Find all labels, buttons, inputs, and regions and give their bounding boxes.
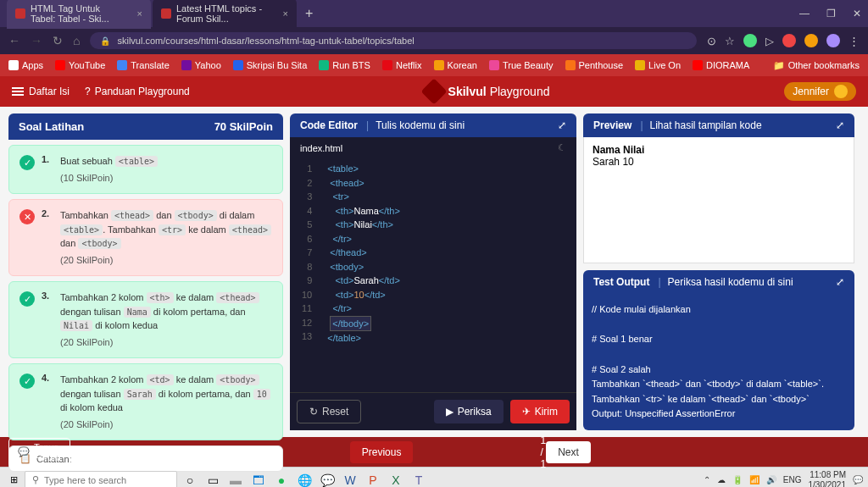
tanya-forum-button[interactable]: 💬 Tanya Forum — [8, 438, 70, 467]
next-button[interactable]: Next — [546, 441, 591, 463]
app-icon[interactable]: ▬ — [225, 470, 246, 488]
bookmark-item[interactable]: Skripsi Bu Sita — [233, 60, 308, 70]
other-bookmarks[interactable]: 📁Other bookmarks — [773, 60, 860, 71]
back-icon[interactable]: ← — [8, 34, 20, 47]
theme-toggle-icon[interactable]: ☾ — [558, 142, 566, 153]
menu-icon[interactable]: ⋮ — [849, 35, 860, 47]
extension-icon[interactable] — [743, 34, 757, 47]
check-icon: ✓ — [19, 374, 35, 389]
bookmark-item[interactable]: Korean — [434, 60, 477, 70]
spotify-icon[interactable]: ● — [271, 470, 292, 488]
kirim-button[interactable]: ✈Kirim — [510, 400, 570, 423]
tab-favicon — [15, 8, 25, 19]
excel-icon[interactable]: X — [386, 470, 406, 488]
test-output: // Kode mulai dijalankan # Soal 1 benar … — [583, 294, 854, 430]
task-1: ✓ 1. Buat sebuah <table> (10 SkilPoin) — [8, 145, 283, 194]
bookmark-item[interactable]: YouTube — [55, 60, 105, 70]
cortana-icon[interactable]: ○ — [180, 470, 200, 488]
right-panels: Preview | Lihat hasil tampilan kode ⤢ Na… — [583, 113, 854, 430]
editor-footer: ↻Reset ▶Periksa ✈Kirim — [290, 392, 576, 430]
brand-logo: Skilvul Playground — [425, 82, 550, 101]
notifications-icon[interactable]: 💬 — [853, 475, 863, 484]
tray-chevron-icon[interactable]: ⌃ — [704, 475, 710, 484]
reset-button[interactable]: ↻Reset — [297, 400, 361, 423]
check-icon: ✓ — [19, 291, 35, 307]
bookmark-item[interactable]: Live On — [635, 60, 681, 70]
user-badge[interactable]: Jennifer — [784, 82, 856, 101]
chrome-icon[interactable]: 🌐 — [294, 470, 314, 488]
new-tab-button[interactable]: + — [298, 6, 320, 21]
bookmark-apps[interactable]: Apps — [8, 60, 43, 70]
onedrive-icon[interactable]: ☁ — [717, 475, 726, 484]
maximize-icon[interactable]: ❐ — [826, 8, 836, 19]
home-icon[interactable]: ⌂ — [73, 34, 80, 47]
avatar — [834, 85, 848, 98]
star-icon[interactable]: ☆ — [725, 35, 735, 47]
expand-icon[interactable]: ⤢ — [836, 276, 844, 288]
code-editor[interactable]: 12345678910111213 <table> <thead> <tr> <… — [290, 158, 576, 392]
bookmark-item[interactable]: DIORAMA — [693, 60, 749, 70]
browser-tab-2[interactable]: Latest HTML topics - Forum Skil... × — [153, 0, 297, 29]
daftar-isi-button[interactable]: Daftar Isi — [12, 86, 70, 97]
minimize-icon[interactable]: — — [799, 8, 810, 19]
close-icon[interactable]: × — [137, 8, 142, 19]
panduan-button[interactable]: ? Panduan Playground — [85, 86, 190, 97]
bookmark-item[interactable]: Run BTS — [319, 60, 370, 70]
extension-icon[interactable] — [782, 34, 796, 47]
expand-icon[interactable]: ⤢ — [836, 119, 844, 131]
language-indicator[interactable]: ENG — [783, 475, 802, 484]
code-content[interactable]: <table> <thead> <tr> <th>Nama</th> <th>N… — [320, 158, 576, 392]
soal-panel: Soal Latihan 70 SkilPoin ✓ 1. Buat sebua… — [8, 113, 283, 430]
hamburger-icon — [12, 87, 24, 96]
bookmark-item[interactable]: Netflix — [382, 60, 422, 70]
app-header: Daftar Isi ? Panduan Playground Skilvul … — [0, 76, 868, 107]
help-icon: ? — [85, 86, 91, 97]
bookmark-item[interactable]: True Beauty — [489, 60, 554, 70]
preview-frame: Nama Nilai Sarah 10 — [583, 137, 854, 263]
url-input[interactable]: 🔒 skilvul.com/courses/html-dasar/lessons… — [90, 32, 697, 49]
powerpoint-icon[interactable]: P — [363, 470, 383, 488]
bookmark-item[interactable]: Translate — [117, 60, 169, 70]
editor-header: Code Editor | Tulis kodemu di sini ⤢ — [290, 113, 576, 137]
browser-tab-1[interactable]: HTML Tag Untuk Tabel: Tabel - Ski... × — [7, 0, 151, 29]
reload-icon[interactable]: ↻ — [53, 34, 63, 47]
close-icon[interactable]: × — [283, 8, 288, 19]
start-button[interactable]: ⊞ — [5, 472, 22, 488]
taskview-icon[interactable]: ▭ — [203, 470, 223, 488]
extension-icon[interactable]: ▷ — [765, 35, 774, 47]
editor-panel: Code Editor | Tulis kodemu di sini ⤢ ind… — [290, 113, 576, 430]
browser-addressbar: ← → ↻ ⌂ 🔒 skilvul.com/courses/html-dasar… — [0, 27, 868, 54]
play-icon: ▶ — [446, 406, 453, 418]
task-3: ✓ 3. Tambahkan 2 kolom <th> ke dalam <th… — [8, 281, 283, 358]
tray-icon[interactable]: 🔋 — [732, 475, 743, 484]
page-indicator: 1 / 1 — [540, 434, 546, 470]
lock-icon: 🔒 — [100, 36, 110, 46]
previous-button[interactable]: Previous — [350, 441, 414, 463]
chat-icon: 💬 — [18, 446, 30, 457]
windows-search[interactable]: ⚲ Type here to search — [25, 471, 177, 487]
volume-icon[interactable]: 🔊 — [766, 475, 776, 484]
skilvul-logo-icon — [420, 78, 447, 104]
cross-icon: ✕ — [19, 209, 35, 224]
search-icon[interactable]: ⊙ — [707, 35, 716, 47]
bookmark-item[interactable]: Penthouse — [565, 60, 624, 70]
profile-icon[interactable] — [826, 34, 840, 47]
expand-icon[interactable]: ⤢ — [558, 119, 566, 131]
forward-icon[interactable]: → — [31, 34, 42, 47]
output-header: Test Output | Periksa hasil kodemu di si… — [583, 270, 854, 294]
file-tab[interactable]: index.html ☾ — [290, 137, 576, 158]
bookmark-item[interactable]: Yahoo — [181, 60, 221, 70]
clock[interactable]: 11:08 PM 1/30/2021 — [809, 470, 847, 488]
extension-icon[interactable] — [804, 34, 818, 47]
browser-titlebar: HTML Tag Untuk Tabel: Tabel - Ski... × L… — [0, 0, 868, 27]
teams-icon[interactable]: T — [409, 470, 429, 488]
tab-favicon — [161, 8, 171, 19]
close-window-icon[interactable]: ✕ — [853, 8, 861, 19]
periksa-button[interactable]: ▶Periksa — [434, 400, 504, 423]
line-gutter: 12345678910111213 — [290, 158, 320, 392]
wifi-icon[interactable]: 📶 — [749, 475, 760, 484]
tab-title: Latest HTML topics - Forum Skil... — [176, 3, 271, 24]
line-icon[interactable]: 💬 — [317, 470, 337, 488]
app-icon[interactable]: 🗔 — [248, 470, 269, 488]
word-icon[interactable]: W — [340, 470, 360, 488]
